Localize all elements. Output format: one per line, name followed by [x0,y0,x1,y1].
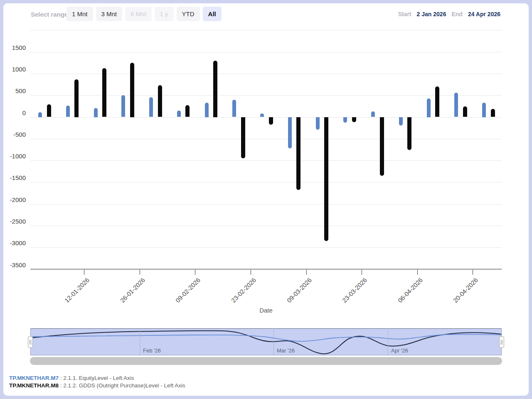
chart-bar-TP.MKNETHAR.M7-13-02-2026[interactable] [205,103,209,117]
chart-bar-TP.MKNETHAR.M7-30-01-2026[interactable] [149,97,153,117]
navigator-month-gridline [140,328,140,355]
y-axis-label: 1500 [3,44,26,51]
y-axis-label: -3000 [3,240,26,246]
chart-bar-TP.MKNETHAR.M8-13-03-2026[interactable] [324,117,328,241]
chart-bar-TP.MKNETHAR.M8-30-01-2026[interactable] [158,85,162,117]
h-gridline [30,74,502,74]
y-axis-label: -2000 [3,197,26,203]
navigator-blue-series-line [31,335,501,342]
chart-bar-TP.MKNETHAR.M8-27-02-2026[interactable] [269,117,273,125]
chart-bar-TP.MKNETHAR.M8-10-04-2026[interactable] [435,86,439,117]
chart-panel: Select range 1 Mnt3 Mnt6 Mnt1 yYTDAll St… [3,3,529,396]
chart-bar-TP.MKNETHAR.M7-24-04-2026[interactable] [482,103,486,117]
series-legend: TP.MKNETHAR.M7 : 2.1.1. EquityLevel - Le… [9,374,185,389]
y-axis-label: 500 [3,88,26,94]
chart-bar-TP.MKNETHAR.M7-20-02-2026[interactable] [232,100,236,117]
x-axis-tick [84,270,84,275]
y-axis-label: 1000 [3,66,26,73]
range-button-group: 1 Mnt3 Mnt6 Mnt1 yYTDAll [66,7,222,21]
chart-bar-TP.MKNETHAR.M7-23-01-2026[interactable] [121,95,125,117]
legend-series-desc: : 2.1.2. GDDS (Outright Purchase)Level -… [59,382,185,389]
chart-bar-TP.MKNETHAR.M7-17-04-2026[interactable] [454,93,458,117]
chart-bar-TP.MKNETHAR.M8-20-03-2026[interactable] [352,117,356,123]
chart-bar-TP.MKNETHAR.M8-17-04-2026[interactable] [463,106,467,117]
x-axis-tick-label: 12-01-2026 [42,276,91,325]
end-date-value[interactable]: 24 Apr 2026 [468,11,500,17]
navigator-month-label: Mar '26 [277,347,295,354]
chart-bar-TP.MKNETHAR.M7-10-04-2026[interactable] [427,99,431,117]
range-navigator[interactable] [30,328,502,355]
range-button-1-mnt[interactable]: 1 Mnt [66,7,93,21]
chart-bar-TP.MKNETHAR.M7-02-01-2026[interactable] [38,112,42,117]
navigator-right-handle[interactable] [499,336,504,348]
chart-bar-TP.MKNETHAR.M7-06-03-2026[interactable] [288,117,292,148]
range-button-6-mnt[interactable]: 6 Mnt [125,7,152,21]
legend-series-code: TP.MKNETHAR.M8 [9,382,59,389]
chart-bar-TP.MKNETHAR.M8-24-04-2026[interactable] [491,109,495,117]
y-axis-label: -2500 [3,218,26,225]
start-label: Start [398,11,411,17]
navigator-month-gridline [273,328,274,355]
x-axis-tick-label: 20-04-2026 [430,276,479,325]
y-axis-label: -1000 [3,153,26,160]
chart-bar-TP.MKNETHAR.M7-06-02-2026[interactable] [177,111,181,117]
range-button-3-mnt[interactable]: 3 Mnt [96,7,123,21]
x-axis-tick [195,270,195,275]
x-axis-tick-label: 06-04-2026 [374,276,424,325]
chart-bar-TP.MKNETHAR.M8-06-03-2026[interactable] [296,117,300,190]
h-gridline [30,247,502,248]
navigator-month-label: Apr '26 [391,347,408,354]
x-axis-title: Date [30,307,502,314]
chart-bar-TP.MKNETHAR.M7-27-03-2026[interactable] [371,111,375,117]
y-axis-label: -3500 [3,262,26,268]
x-axis-tick-label: 09-03-2026 [264,276,313,325]
chart-bar-TP.MKNETHAR.M7-03-04-2026[interactable] [399,117,403,126]
chart-bar-TP.MKNETHAR.M8-03-04-2026[interactable] [407,117,411,150]
legend-item-m8[interactable]: TP.MKNETHAR.M8 : 2.1.2. GDDS (Outright P… [9,382,185,389]
chart-bar-TP.MKNETHAR.M7-16-01-2026[interactable] [94,108,98,117]
select-range-label: Select range [31,11,68,18]
navigator-month-label: Feb '26 [143,347,161,354]
range-button-1-y[interactable]: 1 y [155,7,174,21]
chart-bar-TP.MKNETHAR.M7-27-02-2026[interactable] [260,113,264,117]
x-axis-tick-label: 09-02-2026 [153,276,202,325]
horizontal-scrollbar[interactable] [30,357,502,365]
chart-bar-TP.MKNETHAR.M8-20-02-2026[interactable] [241,117,245,158]
h-gridline [30,95,502,96]
range-button-ytd[interactable]: YTD [177,7,200,21]
h-gridline [30,226,502,226]
y-axis-label: -1500 [3,175,26,181]
h-gridline [30,139,502,139]
chart-bar-TP.MKNETHAR.M8-27-03-2026[interactable] [380,117,384,176]
navigator-black-series-line [31,331,501,354]
date-range-display: Start 2 Jan 2026 End 24 Apr 2026 [398,11,500,17]
h-gridline [30,117,502,118]
chart-bar-TP.MKNETHAR.M7-20-03-2026[interactable] [343,117,347,123]
y-axis-label: -500 [3,131,26,138]
legend-series-code: TP.MKNETHAR.M7 [9,375,59,381]
chart-bar-TP.MKNETHAR.M8-06-02-2026[interactable] [185,105,190,117]
start-date-value[interactable]: 2 Jan 2026 [417,11,446,17]
h-gridline [30,160,502,161]
navigator-month-gridline [388,328,388,355]
legend-item-m7[interactable]: TP.MKNETHAR.M7 : 2.1.1. EquityLevel - Le… [9,374,185,382]
h-gridline [30,182,502,182]
x-axis-tick-label: 23-02-2026 [208,276,257,325]
range-button-all[interactable]: All [203,7,222,21]
chart-bar-TP.MKNETHAR.M8-02-01-2026[interactable] [47,104,51,117]
chart-bar-TP.MKNETHAR.M8-23-01-2026[interactable] [130,63,134,117]
x-axis-tick-label: 23-03-2026 [319,276,368,325]
chart-bar-TP.MKNETHAR.M7-09-01-2026[interactable] [66,106,70,117]
x-axis-tick-label: 26-01-2026 [97,276,146,325]
x-axis-tick [306,270,307,275]
y-axis-label: 0 [3,110,26,116]
h-gridline [30,204,502,204]
x-axis-tick [140,270,140,275]
chart-bar-TP.MKNETHAR.M8-13-02-2026[interactable] [213,61,217,117]
navigator-preview-lines [31,329,501,355]
chart-bar-TP.MKNETHAR.M7-13-03-2026[interactable] [316,117,320,130]
chart-bar-TP.MKNETHAR.M8-09-01-2026[interactable] [74,79,79,117]
x-axis-tick [362,270,362,275]
chart-bar-TP.MKNETHAR.M8-16-01-2026[interactable] [102,68,106,117]
navigator-left-handle[interactable] [28,336,33,348]
